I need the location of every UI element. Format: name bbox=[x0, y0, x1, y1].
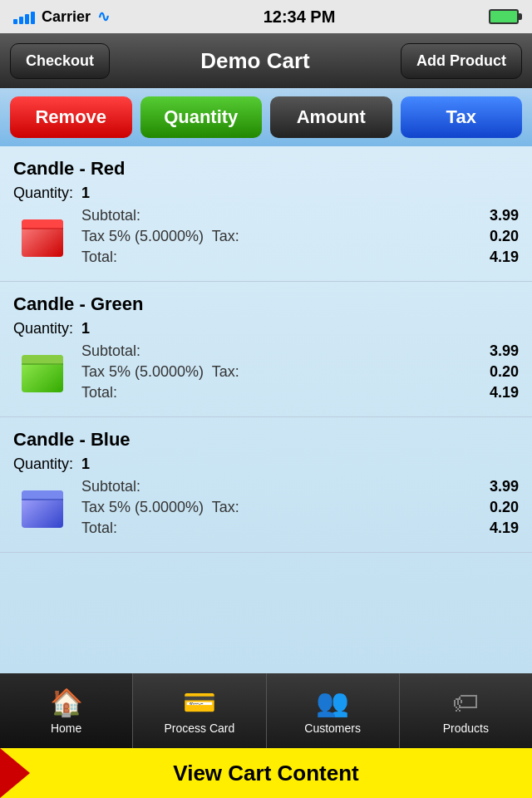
svg-rect-8 bbox=[22, 499, 63, 500]
total-green: Total: 4.19 bbox=[81, 384, 519, 401]
tab-bar: 🏠 Home 💳 Process Card 👥 Customers 🏷 Prod… bbox=[0, 673, 532, 748]
wifi-icon: ∿ bbox=[97, 7, 110, 26]
candle-green-image bbox=[13, 342, 71, 401]
candle-red-image bbox=[13, 207, 71, 265]
status-left: Carrier ∿ bbox=[13, 7, 110, 26]
product-details-red: Subtotal: 3.99 Tax 5% (5.0000%) Tax: 0.2… bbox=[81, 207, 519, 269]
total-blue: Total: 4.19 bbox=[81, 520, 519, 537]
tab-home-label: Home bbox=[51, 722, 81, 735]
list-item: Candle - Red Quantity: 1 Subtotal: 3.99 bbox=[0, 146, 532, 282]
banner-text: View Cart Content bbox=[173, 761, 358, 786]
list-item: Candle - Blue Quantity: 1 Subtotal: 3.99 bbox=[0, 417, 532, 553]
tab-products-label: Products bbox=[443, 722, 489, 735]
card-icon: 💳 bbox=[183, 687, 216, 718]
subtotal-red: Subtotal: 3.99 bbox=[81, 207, 519, 224]
subtotal-green: Subtotal: 3.99 bbox=[81, 342, 519, 360]
tax-button[interactable]: Tax bbox=[401, 96, 523, 138]
time-label: 12:34 PM bbox=[264, 7, 336, 27]
tab-customers[interactable]: 👥 Customers bbox=[267, 673, 400, 748]
battery-icon bbox=[489, 9, 519, 24]
filter-bar: Remove Quantity Amount Tax bbox=[0, 88, 532, 146]
svg-rect-2 bbox=[22, 228, 63, 229]
cart-content: Candle - Red Quantity: 1 Subtotal: 3.99 bbox=[0, 146, 532, 673]
product-name-red: Candle - Red bbox=[13, 158, 519, 180]
candle-blue-image bbox=[13, 478, 71, 536]
subtotal-blue: Subtotal: 3.99 bbox=[81, 478, 519, 495]
amount-button[interactable]: Amount bbox=[270, 96, 392, 138]
quantity-button[interactable]: Quantity bbox=[140, 96, 263, 138]
status-bar: Carrier ∿ 12:34 PM bbox=[0, 0, 532, 33]
product-row-blue: Subtotal: 3.99 Tax 5% (5.0000%) Tax: 0.2… bbox=[13, 478, 519, 540]
quantity-blue: Quantity: 1 bbox=[13, 456, 519, 473]
tab-process-card-label: Process Card bbox=[164, 722, 234, 735]
product-row-green: Subtotal: 3.99 Tax 5% (5.0000%) Tax: 0.2… bbox=[13, 342, 519, 405]
product-name-green: Candle - Green bbox=[13, 293, 519, 315]
tab-process-card[interactable]: 💳 Process Card bbox=[133, 673, 266, 748]
product-name-blue: Candle - Blue bbox=[13, 429, 519, 451]
svg-rect-5 bbox=[22, 363, 63, 365]
product-details-green: Subtotal: 3.99 Tax 5% (5.0000%) Tax: 0.2… bbox=[81, 342, 519, 405]
nav-bar: Checkout Demo Cart Add Product bbox=[0, 33, 532, 88]
tax-red: Tax 5% (5.0000%) Tax: 0.20 bbox=[81, 228, 519, 245]
tax-blue: Tax 5% (5.0000%) Tax: 0.20 bbox=[81, 499, 519, 516]
add-product-button[interactable]: Add Product bbox=[401, 43, 522, 79]
quantity-green: Quantity: 1 bbox=[13, 320, 519, 337]
checkout-button[interactable]: Checkout bbox=[10, 43, 110, 79]
banner-arrow bbox=[0, 748, 30, 798]
list-item: Candle - Green Quantity: 1 Subtotal: 3.9… bbox=[0, 282, 532, 417]
bottom-banner[interactable]: View Cart Content bbox=[0, 748, 532, 798]
tab-customers-label: Customers bbox=[304, 722, 361, 735]
tax-green: Tax 5% (5.0000%) Tax: 0.20 bbox=[81, 363, 519, 381]
quantity-red: Quantity: 1 bbox=[13, 185, 519, 202]
total-red: Total: 4.19 bbox=[81, 249, 519, 266]
product-details-blue: Subtotal: 3.99 Tax 5% (5.0000%) Tax: 0.2… bbox=[81, 478, 519, 540]
products-icon: 🏷 bbox=[452, 687, 479, 718]
home-icon: 🏠 bbox=[50, 687, 83, 718]
tab-home[interactable]: 🏠 Home bbox=[0, 673, 133, 748]
customers-icon: 👥 bbox=[316, 687, 349, 718]
tab-products[interactable]: 🏷 Products bbox=[400, 673, 532, 748]
carrier-label: Carrier bbox=[42, 8, 91, 26]
product-row-red: Subtotal: 3.99 Tax 5% (5.0000%) Tax: 0.2… bbox=[13, 207, 519, 269]
remove-button[interactable]: Remove bbox=[10, 96, 132, 138]
nav-title: Demo Cart bbox=[200, 48, 309, 74]
signal-icon bbox=[13, 9, 35, 24]
